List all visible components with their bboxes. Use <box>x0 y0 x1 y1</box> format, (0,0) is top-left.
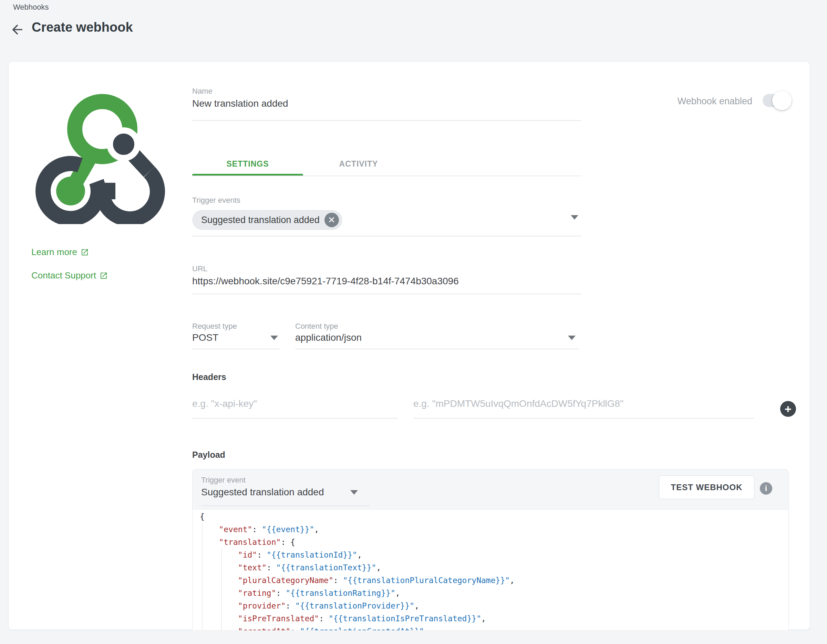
payload-panel: Trigger event Suggested translation adde… <box>192 469 789 630</box>
external-link-icon <box>100 272 108 280</box>
payload-trigger-event-label: Trigger event <box>201 476 246 485</box>
payload-code: { "event": "{{event}}", "translation": {… <box>200 510 515 630</box>
tab-settings[interactable]: SETTINGS <box>192 154 303 174</box>
page-title: Create webhook <box>32 20 133 35</box>
header-value-underline <box>414 418 754 418</box>
webhook-logo <box>31 86 169 224</box>
trigger-events-label: Trigger events <box>192 196 240 205</box>
name-label: Name <box>192 87 212 96</box>
trigger-events-underline <box>192 236 581 236</box>
trigger-event-chip[interactable]: Suggested translation added ✕ <box>192 210 342 230</box>
trigger-event-chip-label: Suggested translation added <box>201 215 320 226</box>
payload-trigger-event-dropdown-icon[interactable] <box>350 490 358 495</box>
payload-title: Payload <box>192 450 225 460</box>
content-type-dropdown-icon[interactable] <box>568 336 576 340</box>
name-input[interactable] <box>192 96 581 111</box>
external-link-icon <box>81 248 89 257</box>
learn-more-label: Learn more <box>31 247 77 257</box>
url-input[interactable] <box>192 274 581 289</box>
create-webhook-screen: Webhooks Create webhook Learn more <box>0 0 827 644</box>
content-type-select[interactable]: application/json <box>295 332 362 343</box>
tab-activity[interactable]: ACTIVITY <box>303 154 414 174</box>
contact-support-label: Contact Support <box>31 270 96 281</box>
request-type-select[interactable]: POST <box>192 332 218 343</box>
content-type-underline <box>295 348 579 349</box>
header-value-input[interactable] <box>414 393 754 415</box>
request-type-dropdown-icon[interactable] <box>270 336 278 340</box>
plus-icon: + <box>785 402 791 416</box>
test-webhook-button[interactable]: TEST WEBHOOK <box>659 475 754 499</box>
info-icon[interactable]: i <box>760 482 772 495</box>
breadcrumb[interactable]: Webhooks <box>13 3 49 12</box>
webhook-card: Learn more Contact Support Name Webhook … <box>8 61 810 630</box>
add-header-button[interactable]: + <box>780 401 796 417</box>
learn-more-link[interactable]: Learn more <box>31 247 89 257</box>
request-type-label: Request type <box>192 322 237 331</box>
header-key-input[interactable] <box>192 393 398 415</box>
content-type-label: Content type <box>295 322 338 331</box>
tab-divider <box>192 176 581 176</box>
back-arrow-icon[interactable] <box>9 22 25 37</box>
trigger-events-dropdown-icon[interactable] <box>571 215 578 219</box>
request-type-underline <box>192 348 279 349</box>
url-underline <box>192 294 581 294</box>
payload-trigger-event-underline <box>201 505 369 506</box>
payload-code-area[interactable]: { "event": "{{event}}", "translation": {… <box>192 510 788 630</box>
headers-title: Headers <box>192 372 226 382</box>
header-key-underline <box>192 418 398 418</box>
url-label: URL <box>192 264 208 273</box>
chip-remove-icon[interactable]: ✕ <box>325 213 339 227</box>
payload-trigger-event-select[interactable]: Suggested translation added <box>201 487 324 498</box>
webhook-enabled-toggle-thumb[interactable] <box>772 91 791 110</box>
name-underline <box>192 120 581 121</box>
payload-panel-header: Trigger event Suggested translation adde… <box>192 470 788 509</box>
contact-support-link[interactable]: Contact Support <box>31 270 108 281</box>
webhook-enabled-label: Webhook enabled <box>677 96 752 107</box>
